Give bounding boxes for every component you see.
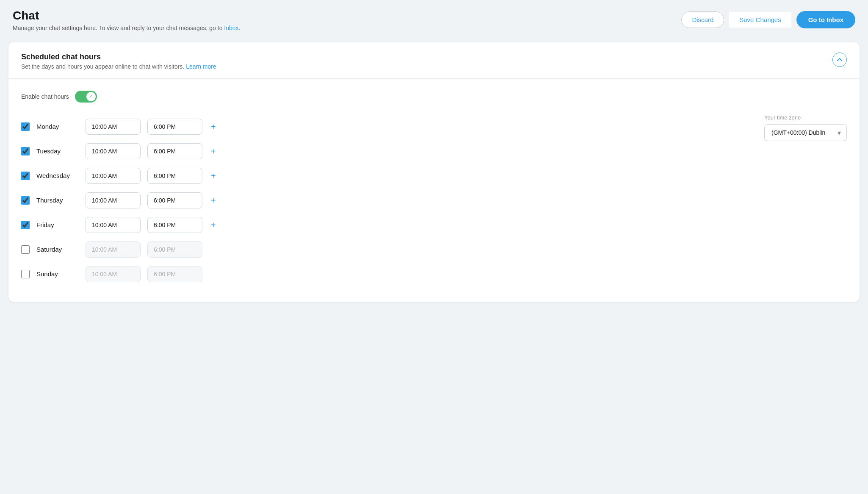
saturday-label: Saturday	[36, 246, 79, 253]
friday-end-input[interactable]	[147, 217, 202, 233]
day-row: Monday +	[21, 114, 747, 139]
main-card: Scheduled chat hours Set the days and ho…	[8, 42, 860, 302]
chevron-up-icon	[837, 57, 843, 63]
day-row: Sunday	[21, 262, 747, 286]
friday-checkbox[interactable]	[21, 221, 30, 229]
enable-row: Enable chat hours ✓	[21, 91, 847, 103]
page-header: Chat Manage your chat settings here. To …	[0, 0, 868, 38]
tuesday-add-button[interactable]: +	[209, 147, 218, 155]
timezone-label: Your time zone	[764, 114, 847, 121]
tuesday-label: Tuesday	[36, 147, 79, 155]
thursday-add-button[interactable]: +	[209, 196, 218, 205]
card-title: Scheduled chat hours	[21, 53, 216, 61]
wednesday-add-button[interactable]: +	[209, 172, 218, 180]
friday-add-button[interactable]: +	[209, 221, 218, 229]
sunday-checkbox[interactable]	[21, 270, 30, 278]
inbox-link[interactable]: Inbox	[224, 25, 238, 31]
wednesday-label: Wednesday	[36, 172, 79, 179]
schedule-area: Monday + Tuesday +	[21, 114, 847, 286]
card-body: Enable chat hours ✓ Monday +	[8, 79, 860, 302]
tuesday-start-input[interactable]	[86, 143, 141, 159]
go-to-inbox-button[interactable]: Go to Inbox	[796, 11, 855, 28]
monday-add-button[interactable]: +	[209, 122, 218, 131]
day-row: Saturday	[21, 237, 747, 262]
monday-label: Monday	[36, 123, 79, 130]
saturday-start-input	[86, 241, 141, 258]
timezone-wrapper: (GMT+00:00) Dublin (GMT-05:00) New York …	[764, 124, 847, 141]
sunday-start-input	[86, 266, 141, 282]
learn-more-link[interactable]: Learn more	[186, 63, 216, 70]
friday-start-input[interactable]	[86, 217, 141, 233]
discard-button[interactable]: Discard	[681, 11, 724, 28]
friday-label: Friday	[36, 221, 79, 228]
thursday-start-input[interactable]	[86, 192, 141, 208]
monday-end-input[interactable]	[147, 119, 202, 135]
sunday-end-input	[147, 266, 202, 282]
enable-label: Enable chat hours	[21, 93, 69, 100]
page-subtitle: Manage your chat settings here. To view …	[13, 25, 240, 31]
schedule-grid: Monday + Tuesday +	[21, 114, 747, 286]
saturday-end-input	[147, 241, 202, 258]
monday-start-input[interactable]	[86, 119, 141, 135]
collapse-button[interactable]	[832, 53, 847, 67]
wednesday-checkbox[interactable]	[21, 172, 30, 180]
day-row: Thursday +	[21, 188, 747, 213]
card-header-left: Scheduled chat hours Set the days and ho…	[21, 53, 216, 70]
thursday-label: Thursday	[36, 197, 79, 204]
header-actions: Discard Save Changes Go to Inbox	[681, 11, 855, 28]
save-changes-button[interactable]: Save Changes	[729, 12, 791, 28]
tuesday-end-input[interactable]	[147, 143, 202, 159]
day-row: Friday +	[21, 213, 747, 237]
page-title: Chat	[13, 8, 240, 23]
days-column: Monday + Tuesday +	[21, 114, 747, 286]
toggle-track: ✓	[75, 91, 97, 103]
thursday-checkbox[interactable]	[21, 196, 30, 205]
enable-toggle[interactable]: ✓	[75, 91, 97, 103]
wednesday-start-input[interactable]	[86, 168, 141, 184]
thursday-end-input[interactable]	[147, 192, 202, 208]
day-row: Wednesday +	[21, 164, 747, 188]
header-left: Chat Manage your chat settings here. To …	[13, 8, 240, 31]
monday-checkbox[interactable]	[21, 122, 30, 131]
timezone-select[interactable]: (GMT+00:00) Dublin (GMT-05:00) New York …	[764, 124, 847, 141]
saturday-checkbox[interactable]	[21, 245, 30, 254]
card-description: Set the days and hours you appear online…	[21, 63, 216, 70]
day-row: Tuesday +	[21, 139, 747, 164]
sunday-label: Sunday	[36, 270, 79, 278]
card-header: Scheduled chat hours Set the days and ho…	[8, 42, 860, 79]
toggle-thumb: ✓	[86, 92, 96, 101]
timezone-section: Your time zone (GMT+00:00) Dublin (GMT-0…	[764, 114, 847, 141]
tuesday-checkbox[interactable]	[21, 147, 30, 155]
wednesday-end-input[interactable]	[147, 168, 202, 184]
